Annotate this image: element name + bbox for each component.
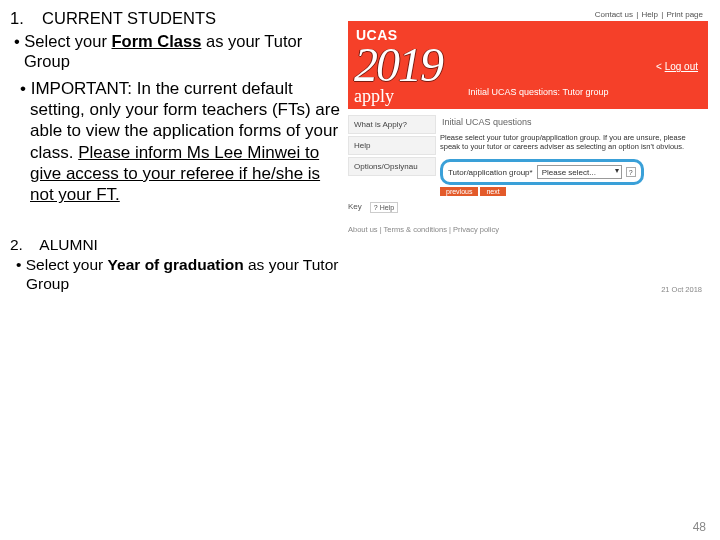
b1-bold: Form Class — [112, 32, 202, 50]
sidebar-help[interactable]: Help — [348, 136, 436, 155]
link-help[interactable]: Help — [642, 10, 658, 19]
bullet-important: • IMPORTANT: In the current default sett… — [10, 78, 340, 206]
logout-chevron: < — [656, 61, 665, 72]
sidebar-what-is-apply[interactable]: What is Apply? — [348, 115, 436, 134]
sidebar: What is Apply? Help Options/Opsiynau — [348, 115, 436, 196]
select-label: Tutor/application group* — [448, 168, 533, 177]
item2-number: 2. — [10, 236, 23, 253]
b3-pre: • Select your — [16, 256, 108, 273]
banner-subtitle: Initial UCAS questions: Tutor group — [468, 87, 609, 97]
apply-text: apply — [354, 86, 394, 107]
item1-number: 1. — [10, 9, 24, 27]
main-text: Please select your tutor group/applicati… — [440, 133, 704, 151]
footer-date: 21 Oct 2018 — [661, 285, 702, 294]
year-graphic: 2019 — [354, 43, 442, 86]
item1-title: CURRENT STUDENTS — [42, 9, 216, 27]
banner: UCAS 2019 apply Initial UCAS questions: … — [348, 21, 708, 109]
sidebar-options[interactable]: Options/Opsiynau — [348, 157, 436, 176]
bullet-form-class: • Select your Form Class as your Tutor G… — [10, 31, 340, 72]
b3-bold: Year of graduation — [108, 256, 244, 273]
slide-number: 48 — [693, 520, 706, 534]
ucas-screenshot: Contact us | Help | Print page UCAS 2019… — [348, 8, 708, 294]
link-print[interactable]: Print page — [667, 10, 703, 19]
top-links: Contact us | Help | Print page — [348, 8, 708, 21]
help-icon[interactable]: ? — [626, 167, 636, 177]
b1-pre: • Select your — [14, 32, 112, 50]
link-contact[interactable]: Contact us — [595, 10, 633, 19]
help-badge: ? Help — [370, 202, 398, 213]
logout-link[interactable]: < Log out — [656, 61, 698, 72]
item2-title: ALUMNI — [39, 236, 98, 253]
previous-button[interactable]: previous — [440, 187, 478, 196]
bullet-alumni: • Select your Year of graduation as your… — [10, 255, 340, 294]
next-button[interactable]: next — [480, 187, 505, 196]
logout-text: Log out — [665, 61, 698, 72]
footer-links: About us | Terms & conditions | Privacy … — [348, 225, 708, 234]
tutor-group-highlight: Tutor/application group* Please select..… — [440, 159, 644, 185]
key-label: Key — [348, 202, 362, 211]
main-header: Initial UCAS questions — [442, 117, 704, 127]
tutor-group-select[interactable]: Please select... — [537, 165, 622, 179]
